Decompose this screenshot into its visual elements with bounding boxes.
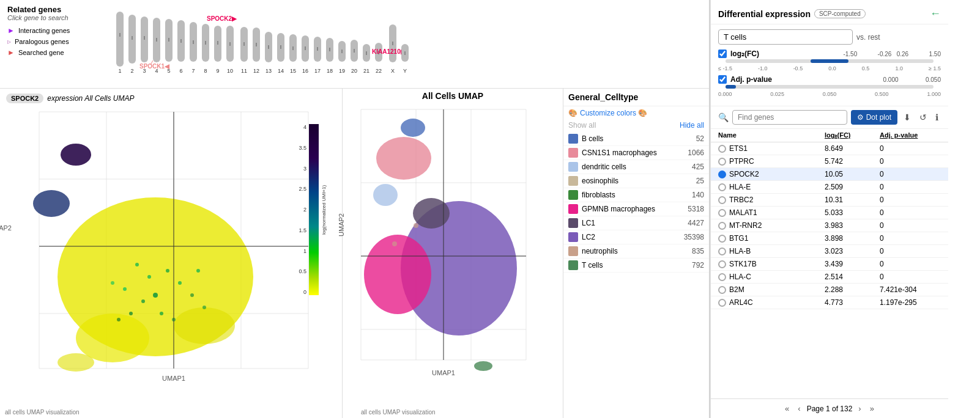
de-controls: T cells vs. rest log₂(FC) -1.50 -0.26 0.… <box>711 24 948 106</box>
hla-c-name-cell: HLA-C <box>718 273 825 281</box>
svg-text:10: 10 <box>227 68 233 74</box>
spock2-radio[interactable] <box>718 170 726 178</box>
de-row-ets1[interactable]: ETS1 8.649 0 <box>711 142 948 155</box>
svg-text:17: 17 <box>314 68 321 74</box>
log2fc-cur-min: -0.26 <box>878 51 892 57</box>
tcells-color <box>568 260 578 270</box>
gene-search-input[interactable] <box>732 110 847 125</box>
mt-rnr2-radio[interactable] <box>718 222 726 230</box>
chromosome-panel: 1 2 3 4 SPOCK1◀ <box>110 0 709 88</box>
ptprc-radio[interactable] <box>718 158 726 166</box>
de-row-mt-rnr2[interactable]: MT-RNR2 3.983 0 <box>711 219 948 232</box>
malat1-name-cell: MALAT1 <box>718 208 825 217</box>
hla-e-name-cell: HLA-E <box>718 183 825 191</box>
de-row-ptprc[interactable]: PTPRC 5.742 0 <box>711 155 948 168</box>
dendritic-name: dendritic cells <box>582 163 688 171</box>
hla-e-radio[interactable] <box>718 183 726 191</box>
list-item: B cells 52 <box>563 132 709 146</box>
gpmnb-color <box>568 204 578 214</box>
last-page-button[interactable]: » <box>867 403 877 414</box>
svg-text:2: 2 <box>130 68 133 74</box>
adj-p-cur-val: 0.050 <box>926 76 941 83</box>
first-page-button[interactable]: « <box>782 403 792 414</box>
prev-page-button[interactable]: ‹ <box>795 403 803 414</box>
csn1s1-count: 1066 <box>688 148 704 157</box>
svg-point-90 <box>61 144 91 166</box>
neutrophils-count: 835 <box>692 247 704 255</box>
svg-text:UMAP1: UMAP1 <box>432 369 455 376</box>
ets1-name-cell: ETS1 <box>718 144 825 153</box>
info-button[interactable]: ℹ <box>933 111 941 123</box>
show-all-label: Show all <box>568 121 596 130</box>
svg-point-88 <box>174 307 235 344</box>
b2m-adjp: 7.421e-304 <box>880 285 941 294</box>
hla-b-log2fc: 3.023 <box>825 247 880 255</box>
reset-button[interactable]: ↺ <box>917 111 929 123</box>
related-genes-subtitle: Click gene to search <box>7 14 103 21</box>
back-arrow-button[interactable]: ← <box>930 7 941 20</box>
de-row-arl4c[interactable]: ARL4C 4.773 1.197e-295 <box>711 296 948 309</box>
list-item: fibroblasts 140 <box>563 188 709 202</box>
de-pagination: « ‹ Page 1 of 132 › » <box>711 398 948 418</box>
de-row-spock2[interactable]: SPOCK2 10.05 0 <box>711 168 948 181</box>
umap-expr-yaxis: UMAP2 <box>0 224 12 232</box>
de-row-hla-e[interactable]: HLA-E 2.509 0 <box>711 181 948 194</box>
svg-text:15: 15 <box>290 68 296 74</box>
svg-text:KIAA1210▶: KIAA1210▶ <box>372 48 406 55</box>
chr-Y: Y <box>401 44 409 74</box>
de-row-malat1[interactable]: MALAT1 5.033 0 <box>711 207 948 219</box>
related-genes-title: Related genes <box>7 5 103 14</box>
cell-type-select[interactable]: T cells <box>718 29 853 45</box>
arl4c-radio[interactable] <box>718 299 726 307</box>
next-page-button[interactable]: › <box>856 403 863 414</box>
dot-plot-label: Dot plot <box>866 113 891 122</box>
ets1-radio[interactable] <box>718 145 726 153</box>
gpmnb-name: GPMNB macrophages <box>582 205 684 213</box>
b2m-radio[interactable] <box>718 286 726 294</box>
page-label: Page 1 of 132 <box>807 405 853 413</box>
stk17b-radio[interactable] <box>718 260 726 268</box>
svg-text:X: X <box>391 68 395 74</box>
csn1s1-name: CSN1S1 macrophages <box>582 148 684 157</box>
de-row-btg1[interactable]: BTG1 3.898 0 <box>711 232 948 245</box>
palette-icon: 🎨 <box>568 109 577 117</box>
svg-text:8: 8 <box>204 68 207 74</box>
hla-b-radio[interactable] <box>718 248 726 255</box>
btg1-adjp: 0 <box>880 234 941 243</box>
color-scale-title: log(normalized UMI+1) <box>321 124 327 295</box>
de-row-stk17b[interactable]: STK17B 3.439 0 <box>711 258 948 271</box>
hide-all-button[interactable]: Hide all <box>680 121 704 130</box>
stk17b-name: STK17B <box>729 260 757 268</box>
mt-rnr2-log2fc: 3.983 <box>825 221 880 230</box>
col-adjp-header[interactable]: Adj. p-value <box>880 131 941 139</box>
svg-text:11: 11 <box>241 68 247 74</box>
col-log2fc-header[interactable]: log₂(FC) <box>825 131 880 139</box>
malat1-name: MALAT1 <box>729 208 757 217</box>
hla-c-radio[interactable] <box>718 273 726 281</box>
btg1-radio[interactable] <box>718 235 726 243</box>
dot-plot-button[interactable]: ⚙ Dot plot <box>851 110 897 125</box>
chr-8: 8 <box>202 24 209 74</box>
scale-4: 4 <box>299 124 306 130</box>
customize-colors-button[interactable]: 🎨 Customize colors 🎨 <box>563 106 709 120</box>
ptprc-name-cell: PTPRC <box>718 157 825 166</box>
arl4c-log2fc: 4.773 <box>825 298 880 307</box>
trbc2-radio[interactable] <box>718 196 726 204</box>
download-button[interactable]: ⬇ <box>901 111 913 123</box>
log2fc-min-val: -1.50 <box>843 51 857 57</box>
chr-7: 7 <box>190 22 197 74</box>
de-row-hla-c[interactable]: HLA-C 2.514 0 <box>711 271 948 284</box>
svg-text:UMAP1: UMAP1 <box>162 375 185 382</box>
chr-19: 19 <box>338 41 346 74</box>
list-item: neutrophils 835 <box>563 244 709 258</box>
ptprc-log2fc: 5.742 <box>825 157 880 166</box>
de-row-trbc2[interactable]: TRBC2 10.31 0 <box>711 194 948 207</box>
svg-point-96 <box>153 293 158 298</box>
de-row-b2m[interactable]: B2M 2.288 7.421e-304 <box>711 284 948 296</box>
de-title-group: Differential expression SCP-computed <box>718 9 866 19</box>
svg-text:6: 6 <box>179 68 182 74</box>
de-row-hla-b[interactable]: HLA-B 3.023 0 <box>711 245 948 258</box>
svg-point-93 <box>147 275 151 279</box>
celltype-panel: General_Celltype 🎨 Customize colors 🎨 Sh… <box>563 89 709 418</box>
malat1-radio[interactable] <box>718 209 726 217</box>
